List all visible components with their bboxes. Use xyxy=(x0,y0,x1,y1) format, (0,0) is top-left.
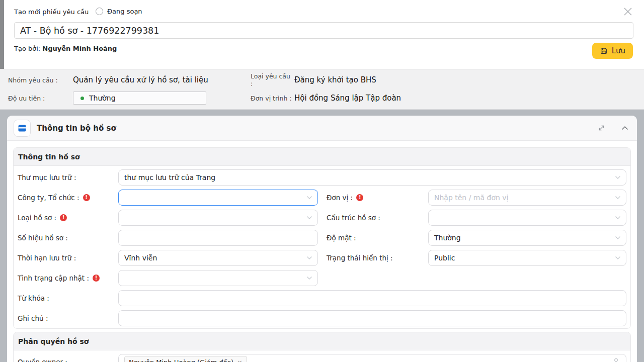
dossier-panel-title: Thông tin bộ hồ sơ xyxy=(37,124,116,133)
save-button-label: Lưu xyxy=(612,46,625,55)
dossier-info-section-title: Thông tin hồ sơ xyxy=(14,148,630,166)
keywords-input[interactable] xyxy=(124,294,620,302)
save-floppy-icon xyxy=(600,47,608,55)
chevron-down-icon xyxy=(306,276,312,280)
permissions-section-title: Phân quyền hồ sơ xyxy=(14,332,630,350)
submit-unit-value: Hội đồng Sáng lập Tập đoàn xyxy=(294,94,644,103)
expand-icon xyxy=(598,124,605,132)
dossier-type-label: Loại hồ sơ : ! xyxy=(18,214,118,222)
priority-select[interactable]: Thường xyxy=(73,92,206,105)
required-icon: ! xyxy=(83,194,90,201)
radio-unchecked-icon[interactable] xyxy=(96,8,103,15)
permissions-section: Phân quyền hồ sơ Quyền owner : Nguyễn Mi… xyxy=(13,332,631,362)
row-number-confidentiality: Số hiệu hồ sơ : Độ mật : Thường xyxy=(18,230,626,246)
unit-select[interactable] xyxy=(428,190,626,206)
owner-tag: Nguyễn Minh Hoàng (Giám đốc) × xyxy=(124,356,247,362)
unit-input[interactable] xyxy=(434,194,612,202)
keywords-label: Từ khóa : xyxy=(18,294,118,302)
row-update-status: Tình trạng cập nhật : ! xyxy=(18,270,626,286)
modal-title: Tạo mới phiếu yêu cầu xyxy=(14,8,89,16)
chevron-down-icon xyxy=(615,256,621,260)
save-button[interactable]: Lưu xyxy=(592,43,633,59)
chevron-down-icon xyxy=(615,236,621,240)
notes-field[interactable] xyxy=(118,310,626,326)
status-radio-group[interactable]: Đang soạn xyxy=(96,8,142,15)
row-type-structure: Loại hồ sơ : ! Cấu trúc hồ sơ : xyxy=(18,210,626,226)
update-status-label: Tình trạng cập nhật : ! xyxy=(18,274,118,282)
dossier-panel-header: Thông tin bộ hồ sơ xyxy=(7,116,637,141)
structure-label: Cấu trúc hồ sơ : xyxy=(318,214,428,222)
group-value: Quản lý yêu cầu xử lý hồ sơ, tài liệu xyxy=(73,75,251,84)
owner-select[interactable]: Nguyễn Minh Hoàng (Giám đốc) × xyxy=(118,354,626,362)
structure-select[interactable] xyxy=(428,210,626,226)
type-value: Đăng ký khởi tạo BHS xyxy=(294,75,644,84)
priority-value: Thường xyxy=(89,94,116,102)
created-by-name: Nguyễn Minh Hoàng xyxy=(42,45,117,52)
unit-label: Đơn vị : ! xyxy=(318,194,428,202)
owner-tag-text: Nguyễn Minh Hoàng (Giám đốc) xyxy=(129,358,233,362)
person-icon xyxy=(613,358,619,362)
dossier-panel: Thông tin bộ hồ sơ Thông tin hồ sơ xyxy=(7,116,637,362)
row-notes: Ghi chú : xyxy=(18,310,626,326)
owner-label: Quyền owner : xyxy=(18,358,118,362)
ticket-name-input[interactable] xyxy=(14,22,633,39)
visibility-value: Public xyxy=(434,254,455,262)
company-label: Công ty, Tổ chức : ! xyxy=(18,194,118,202)
tag-remove-icon[interactable]: × xyxy=(237,359,243,362)
required-icon: ! xyxy=(60,214,67,221)
update-status-select[interactable] xyxy=(118,270,318,286)
chevron-up-icon xyxy=(621,126,628,130)
modal-header: Tạo mới phiếu yêu cầu Đang soạn Tạo bởi:… xyxy=(4,0,644,69)
dossier-number-label: Số hiệu hồ sơ : xyxy=(18,234,118,242)
company-select[interactable] xyxy=(118,190,318,206)
close-icon xyxy=(622,6,633,17)
group-label: Nhóm yêu cầu : xyxy=(8,76,73,84)
created-by-label: Tạo bởi: xyxy=(14,45,40,52)
chevron-down-icon xyxy=(615,175,621,179)
row-keywords: Từ khóa : xyxy=(18,290,626,306)
type-label: Loại yêu cầu : xyxy=(251,72,294,87)
retention-value: Vĩnh viễn xyxy=(124,254,157,262)
storage-folder-select[interactable]: thư mục lưu trữ của Trang xyxy=(118,169,626,186)
retention-select[interactable]: Vĩnh viễn xyxy=(118,250,318,266)
dossier-number-field[interactable] xyxy=(118,230,318,246)
storage-folder-value: thư mục lưu trữ của Trang xyxy=(124,173,215,182)
created-by: Tạo bởi: Nguyễn Minh Hoàng xyxy=(14,45,117,52)
chevron-down-icon xyxy=(306,196,312,200)
storage-folder-label: Thư mục lưu trữ : xyxy=(18,173,118,182)
visibility-label: Trạng thái hiển thị : xyxy=(318,254,428,262)
notes-input[interactable] xyxy=(124,314,620,322)
chevron-down-icon xyxy=(615,196,621,200)
dossier-layout-icon xyxy=(18,124,27,133)
dossier-info-section: Thông tin hồ sơ Thư mục lưu trữ : thư mụ… xyxy=(13,147,631,329)
background-edge-strip xyxy=(0,0,4,69)
visibility-select[interactable]: Public xyxy=(428,250,626,266)
keywords-field[interactable] xyxy=(118,290,626,306)
chevron-down-icon xyxy=(306,216,312,220)
content-background: Thông tin bộ hồ sơ Thông tin hồ sơ xyxy=(0,110,644,362)
row-company-unit: Công ty, Tổ chức : ! Đơn vị : ! xyxy=(18,190,626,206)
row-retention-visibility: Thời hạn lưu trữ : Vĩnh viễn Trạng thái … xyxy=(18,250,626,266)
priority-label: Độ ưu tiên : xyxy=(8,95,73,102)
retention-label: Thời hạn lưu trữ : xyxy=(18,254,118,262)
expand-panel-button[interactable] xyxy=(596,122,607,134)
submit-unit-label: Đơn vị trình : xyxy=(251,95,294,102)
collapse-panel-button[interactable] xyxy=(619,124,630,132)
dossier-type-select[interactable] xyxy=(118,210,318,226)
confidentiality-select[interactable]: Thường xyxy=(428,230,626,246)
required-icon: ! xyxy=(356,194,363,201)
confidentiality-label: Độ mật : xyxy=(318,234,428,242)
chevron-down-icon xyxy=(615,216,621,220)
panel-section-button[interactable] xyxy=(14,120,31,137)
status-radio-label: Đang soạn xyxy=(107,8,142,15)
request-info-band: Nhóm yêu cầu : Quản lý yêu cầu xử lý hồ … xyxy=(0,69,644,110)
row-storage-folder: Thư mục lưu trữ : thư mục lưu trữ của Tr… xyxy=(18,169,626,186)
close-button[interactable] xyxy=(622,6,634,18)
required-icon: ! xyxy=(93,275,100,282)
row-owner: Quyền owner : Nguyễn Minh Hoàng (Giám đố… xyxy=(18,354,626,362)
dossier-number-input[interactable] xyxy=(124,234,312,242)
confidentiality-value: Thường xyxy=(434,234,461,242)
notes-label: Ghi chú : xyxy=(18,314,118,322)
chevron-down-icon xyxy=(306,256,312,260)
priority-dot-icon xyxy=(80,97,84,100)
